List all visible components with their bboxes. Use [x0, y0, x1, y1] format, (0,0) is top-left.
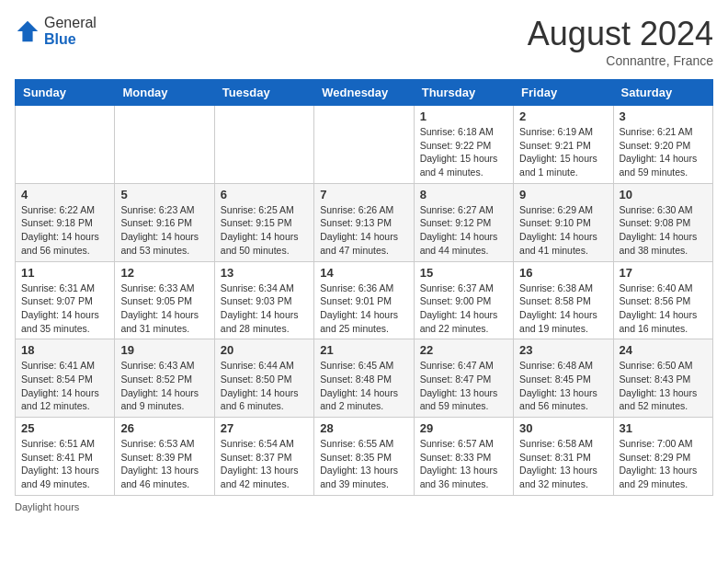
calendar-cell: 9Sunrise: 6:29 AM Sunset: 9:10 PM Daylig… [514, 183, 613, 261]
day-info: Sunrise: 6:53 AM Sunset: 8:39 PM Dayligh… [120, 437, 208, 491]
day-number: 19 [120, 343, 208, 357]
calendar-cell: 15Sunrise: 6:37 AM Sunset: 9:00 PM Dayli… [414, 261, 513, 339]
day-info: Sunrise: 6:47 AM Sunset: 8:47 PM Dayligh… [420, 359, 507, 413]
day-info: Sunrise: 6:22 AM Sunset: 9:18 PM Dayligh… [21, 203, 108, 258]
day-number: 3 [620, 109, 707, 123]
day-number: 28 [320, 421, 407, 435]
day-info: Sunrise: 6:25 AM Sunset: 9:15 PM Dayligh… [221, 203, 308, 258]
day-info: Sunrise: 6:31 AM Sunset: 9:07 PM Dayligh… [21, 282, 108, 336]
day-number: 5 [120, 188, 208, 201]
calendar-cell: 29Sunrise: 6:57 AM Sunset: 8:33 PM Dayli… [414, 418, 513, 496]
calendar-cell: 16Sunrise: 6:38 AM Sunset: 8:58 PM Dayli… [514, 261, 613, 339]
calendar-cell: 19Sunrise: 6:43 AM Sunset: 8:52 PM Dayli… [115, 339, 214, 418]
calendar-cell: 13Sunrise: 6:34 AM Sunset: 9:03 PM Dayli… [214, 261, 313, 339]
day-number: 21 [320, 343, 407, 357]
day-info: Sunrise: 6:55 AM Sunset: 8:35 PM Dayligh… [320, 437, 407, 491]
calendar-cell [115, 106, 214, 184]
day-number: 20 [221, 343, 308, 357]
calendar-cell: 18Sunrise: 6:41 AM Sunset: 8:54 PM Dayli… [16, 339, 115, 418]
day-info: Sunrise: 6:43 AM Sunset: 8:52 PM Dayligh… [120, 359, 208, 413]
page-header: General Blue August 2024 Connantre, Fran… [15, 15, 713, 68]
day-info: Sunrise: 6:23 AM Sunset: 9:16 PM Dayligh… [120, 203, 208, 258]
day-number: 1 [420, 109, 507, 123]
calendar-cell: 27Sunrise: 6:54 AM Sunset: 8:37 PM Dayli… [214, 418, 313, 496]
day-number: 31 [620, 421, 707, 435]
calendar-cell: 8Sunrise: 6:27 AM Sunset: 9:12 PM Daylig… [414, 183, 513, 261]
day-number: 29 [420, 421, 507, 435]
day-number: 7 [320, 188, 407, 201]
calendar-cell: 26Sunrise: 6:53 AM Sunset: 8:39 PM Dayli… [115, 418, 214, 496]
calendar-body: 1Sunrise: 6:18 AM Sunset: 9:22 PM Daylig… [16, 106, 713, 496]
day-info: Sunrise: 6:36 AM Sunset: 9:01 PM Dayligh… [320, 282, 407, 336]
day-number: 30 [519, 421, 607, 435]
day-info: Sunrise: 6:40 AM Sunset: 8:56 PM Dayligh… [620, 282, 707, 336]
day-number: 17 [620, 266, 707, 280]
day-number: 18 [21, 343, 108, 357]
day-info: Sunrise: 6:18 AM Sunset: 9:22 PM Dayligh… [420, 125, 507, 179]
month-title: August 2024 [528, 15, 713, 53]
calendar-week-1: 1Sunrise: 6:18 AM Sunset: 9:22 PM Daylig… [16, 106, 713, 184]
day-info: Sunrise: 6:30 AM Sunset: 9:08 PM Dayligh… [620, 203, 707, 258]
calendar-cell [16, 106, 115, 184]
day-number: 13 [221, 266, 308, 280]
day-of-week-saturday: Saturday [613, 80, 712, 106]
calendar-cell: 17Sunrise: 6:40 AM Sunset: 8:56 PM Dayli… [613, 261, 712, 339]
day-info: Sunrise: 6:50 AM Sunset: 8:43 PM Dayligh… [620, 359, 707, 413]
calendar-cell: 24Sunrise: 6:50 AM Sunset: 8:43 PM Dayli… [613, 339, 712, 418]
calendar-cell: 20Sunrise: 6:44 AM Sunset: 8:50 PM Dayli… [214, 339, 313, 418]
day-number: 24 [620, 343, 707, 357]
day-info: Sunrise: 6:45 AM Sunset: 8:48 PM Dayligh… [320, 359, 407, 413]
day-number: 12 [120, 266, 208, 280]
logo-text: General Blue [44, 15, 97, 48]
calendar-cell: 14Sunrise: 6:36 AM Sunset: 9:01 PM Dayli… [314, 261, 414, 339]
day-info: Sunrise: 6:48 AM Sunset: 8:45 PM Dayligh… [519, 359, 607, 413]
footer: Daylight hours [15, 501, 713, 512]
calendar-cell: 7Sunrise: 6:26 AM Sunset: 9:13 PM Daylig… [314, 183, 414, 261]
day-info: Sunrise: 6:54 AM Sunset: 8:37 PM Dayligh… [221, 437, 308, 491]
calendar-week-4: 18Sunrise: 6:41 AM Sunset: 8:54 PM Dayli… [16, 339, 713, 418]
svg-marker-0 [17, 21, 38, 41]
day-number: 22 [420, 343, 507, 357]
calendar-cell: 11Sunrise: 6:31 AM Sunset: 9:07 PM Dayli… [16, 261, 115, 339]
logo-icon [15, 18, 40, 44]
calendar-cell: 31Sunrise: 7:00 AM Sunset: 8:29 PM Dayli… [613, 418, 712, 496]
day-number: 15 [420, 266, 507, 280]
footer-label: Daylight hours [15, 501, 79, 512]
day-of-week-thursday: Thursday [414, 80, 513, 106]
calendar-cell: 3Sunrise: 6:21 AM Sunset: 9:20 PM Daylig… [613, 106, 712, 184]
day-info: Sunrise: 6:27 AM Sunset: 9:12 PM Dayligh… [420, 203, 507, 258]
logo: General Blue [15, 15, 97, 48]
day-of-week-monday: Monday [115, 80, 214, 106]
calendar-cell: 12Sunrise: 6:33 AM Sunset: 9:05 PM Dayli… [115, 261, 214, 339]
day-number: 11 [21, 266, 108, 280]
calendar-week-3: 11Sunrise: 6:31 AM Sunset: 9:07 PM Dayli… [16, 261, 713, 339]
day-info: Sunrise: 6:38 AM Sunset: 8:58 PM Dayligh… [519, 282, 607, 336]
day-number: 23 [519, 343, 607, 357]
day-info: Sunrise: 6:29 AM Sunset: 9:10 PM Dayligh… [519, 203, 607, 258]
day-number: 2 [519, 109, 607, 123]
day-number: 6 [221, 188, 308, 201]
day-info: Sunrise: 6:19 AM Sunset: 9:21 PM Dayligh… [519, 125, 607, 179]
calendar-cell: 23Sunrise: 6:48 AM Sunset: 8:45 PM Dayli… [514, 339, 613, 418]
calendar-cell: 2Sunrise: 6:19 AM Sunset: 9:21 PM Daylig… [514, 106, 613, 184]
calendar-cell: 10Sunrise: 6:30 AM Sunset: 9:08 PM Dayli… [613, 183, 712, 261]
day-info: Sunrise: 6:33 AM Sunset: 9:05 PM Dayligh… [120, 282, 208, 336]
day-info: Sunrise: 6:34 AM Sunset: 9:03 PM Dayligh… [221, 282, 308, 336]
calendar-cell: 25Sunrise: 6:51 AM Sunset: 8:41 PM Dayli… [16, 418, 115, 496]
day-info: Sunrise: 6:26 AM Sunset: 9:13 PM Dayligh… [320, 203, 407, 258]
calendar-cell: 30Sunrise: 6:58 AM Sunset: 8:31 PM Dayli… [514, 418, 613, 496]
calendar-cell: 4Sunrise: 6:22 AM Sunset: 9:18 PM Daylig… [16, 183, 115, 261]
calendar: SundayMondayTuesdayWednesdayThursdayFrid… [15, 79, 713, 496]
calendar-cell: 28Sunrise: 6:55 AM Sunset: 8:35 PM Dayli… [314, 418, 414, 496]
calendar-header: SundayMondayTuesdayWednesdayThursdayFrid… [16, 80, 713, 106]
calendar-cell: 21Sunrise: 6:45 AM Sunset: 8:48 PM Dayli… [314, 339, 414, 418]
day-info: Sunrise: 6:51 AM Sunset: 8:41 PM Dayligh… [21, 437, 108, 491]
calendar-cell [314, 106, 414, 184]
day-number: 14 [320, 266, 407, 280]
day-info: Sunrise: 6:44 AM Sunset: 8:50 PM Dayligh… [221, 359, 308, 413]
day-number: 26 [120, 421, 208, 435]
day-number: 25 [21, 421, 108, 435]
day-of-week-tuesday: Tuesday [214, 80, 313, 106]
days-of-week-row: SundayMondayTuesdayWednesdayThursdayFrid… [16, 80, 713, 106]
day-of-week-friday: Friday [514, 80, 613, 106]
